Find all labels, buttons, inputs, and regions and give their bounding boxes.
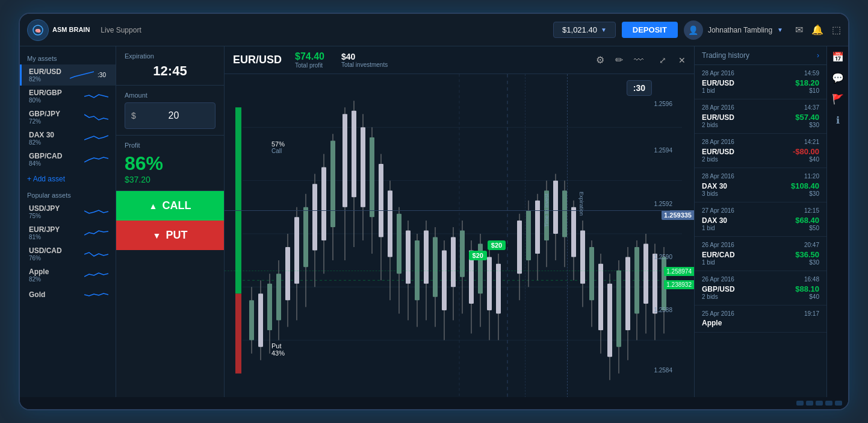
wave-icon[interactable]: 〰	[634, 55, 643, 66]
trade-marker-2: $20	[488, 240, 506, 250]
svg-rect-71	[535, 201, 540, 254]
history-arrow-icon[interactable]: ›	[817, 51, 819, 60]
notification-icon[interactable]: 🔔	[811, 24, 823, 36]
chart-area: EUR/USD $74.40 Total profit $40 Total in…	[225, 46, 694, 409]
calendar-icon[interactable]: 📅	[832, 51, 844, 63]
svg-rect-81	[580, 230, 585, 283]
amount-section: Amount $	[116, 86, 224, 136]
svg-rect-75	[553, 181, 558, 234]
asset-pct-eurjpy: 81%	[29, 234, 82, 240]
chat-icon[interactable]: 💬	[832, 72, 844, 84]
user-name: Johnathan Tambling	[708, 26, 772, 34]
history-item-4: 28 Apr 2016 11:20 DAX 30 3 bids $108.40 …	[695, 168, 826, 202]
logo-text: ASM BRAIN	[52, 26, 90, 34]
history-date-3: 28 Apr 2016	[702, 139, 734, 145]
mail-icon[interactable]: ✉	[795, 24, 803, 36]
asset-chart-eurjpy	[84, 227, 108, 239]
call-pct-badge: 57% Call	[271, 140, 285, 154]
balance-display[interactable]: $1,021.40 ▼	[553, 22, 616, 38]
expiration-time: 12:45	[125, 63, 215, 79]
add-asset-button[interactable]: + Add asset	[20, 170, 116, 188]
amount-label: Amount	[125, 92, 215, 99]
history-pair-6: EUR/CAD	[702, 251, 735, 259]
call-button[interactable]: ▲ CALL	[116, 191, 224, 221]
sidebar-item-gold[interactable]: Gold	[20, 286, 116, 304]
asset-name-usdjpy: USD/JPY	[29, 204, 82, 213]
history-date-8: 25 Apr 2016	[702, 310, 734, 317]
asset-chart-usdcad	[84, 248, 108, 260]
asset-pct-gbpcad: 84%	[29, 160, 82, 167]
asset-name-gold: Gold	[29, 290, 82, 299]
profit-section: Profit 86% $37.20	[116, 136, 224, 191]
history-profit-6: $36.50	[795, 250, 819, 259]
asset-chart-eurgbp	[84, 90, 108, 102]
svg-rect-39	[379, 164, 383, 237]
deposit-button[interactable]: DEPOSIT	[622, 22, 678, 38]
call-arrow-icon: ▲	[149, 201, 158, 211]
bottom-dot-4	[825, 401, 832, 406]
history-invest-6: $30	[795, 259, 819, 266]
current-price-label: 1.259335	[662, 210, 694, 220]
svg-text:🧠: 🧠	[35, 28, 41, 34]
sidebar-item-usdjpy[interactable]: USD/JPY 75%	[20, 201, 116, 222]
sidebar-item-eurusd[interactable]: EUR/USD 82% :30	[20, 64, 116, 86]
dollar-sign: $	[131, 111, 136, 121]
history-invest-7: $40	[795, 293, 819, 300]
candlestick-chart	[225, 74, 694, 407]
price-label-5: 1.2588	[654, 307, 672, 313]
history-invest-4: $30	[791, 190, 819, 197]
indicators-icon[interactable]: ⚙	[596, 54, 604, 66]
asset-chart-gbpjpy	[84, 111, 108, 124]
svg-rect-95	[643, 244, 648, 304]
history-profit-4: $108.40	[791, 181, 819, 190]
expand-icon[interactable]: ⤢	[659, 55, 666, 65]
history-pair-3: EUR/USD	[702, 148, 734, 156]
expiration-chart-label: Expiration	[578, 192, 584, 216]
my-assets-label: My assets	[20, 51, 116, 64]
flag-icon[interactable]: 🚩	[832, 93, 844, 105]
asset-chart-usdjpy	[84, 206, 108, 218]
sidebar-item-gbpjpy[interactable]: GBP/JPY 72%	[20, 107, 116, 128]
svg-rect-83	[589, 247, 594, 300]
history-bids-2: 2 bids	[702, 122, 734, 128]
put-button[interactable]: ▼ PUT	[116, 221, 224, 250]
chart-total-invest-label: Total investments	[341, 61, 388, 68]
sidebar-item-dax30[interactable]: DAX 30 82%	[20, 128, 116, 149]
asset-pct-eurusd: 82%	[29, 76, 67, 83]
svg-rect-53	[442, 251, 447, 310]
svg-rect-57	[460, 230, 465, 277]
svg-rect-37	[370, 137, 374, 217]
amount-input[interactable]	[138, 107, 209, 125]
asset-name-gbpcad: GBP/CAD	[29, 152, 82, 160]
svg-rect-49	[424, 230, 429, 283]
sidebar-item-usdcad[interactable]: USD/CAD 76%	[20, 243, 116, 265]
info-icon[interactable]: ℹ	[836, 114, 840, 126]
time-to-invest-label: Time to invest	[544, 193, 550, 227]
sidebar-item-eurjpy[interactable]: EUR/JPY 81%	[20, 222, 116, 243]
amount-input-wrapper[interactable]: $	[125, 102, 215, 129]
history-pair-7: GBP/USD	[702, 285, 735, 293]
asset-pct-apple: 82%	[29, 276, 82, 283]
history-pair-2: EUR/USD	[702, 113, 734, 122]
history-invest-3: $40	[793, 156, 819, 163]
history-invest-5: $50	[795, 225, 819, 231]
draw-icon[interactable]: ✏	[615, 54, 623, 66]
sidebar-item-gbpcad[interactable]: GBP/CAD 84%	[20, 149, 116, 170]
exit-icon[interactable]: ⬚	[832, 24, 841, 36]
user-menu[interactable]: 👤 Johnathan Tambling ▼	[684, 20, 783, 40]
sidebar-item-eurgbp[interactable]: EUR/GBP 80%	[20, 86, 116, 107]
entry-price-label-1: 1.258974	[664, 267, 694, 276]
put-label: PUT	[166, 229, 187, 242]
history-item-2: 28 Apr 2016 14:37 EUR/USD 2 bids $57.40 …	[695, 99, 826, 134]
far-right-toolbar: 📅 💬 🚩 ℹ	[826, 46, 848, 409]
svg-rect-13	[258, 293, 263, 346]
topbar-icons: ✉ 🔔 ⬚	[795, 24, 841, 36]
history-date-6: 26 Apr 2016	[702, 242, 734, 248]
price-label-6: 1.2584	[654, 367, 672, 374]
sidebar-item-apple[interactable]: Apple 82%	[20, 265, 116, 286]
close-chart-icon[interactable]: ✕	[678, 55, 686, 65]
price-label-4: 1.2590	[654, 254, 672, 260]
main-window: 🧠 ASM BRAIN Live Support $1,021.40 ▼ DEP…	[19, 13, 849, 410]
svg-rect-79	[571, 207, 576, 257]
history-item-3: 28 Apr 2016 14:21 EUR/USD 2 bids -$80.00…	[695, 134, 826, 168]
